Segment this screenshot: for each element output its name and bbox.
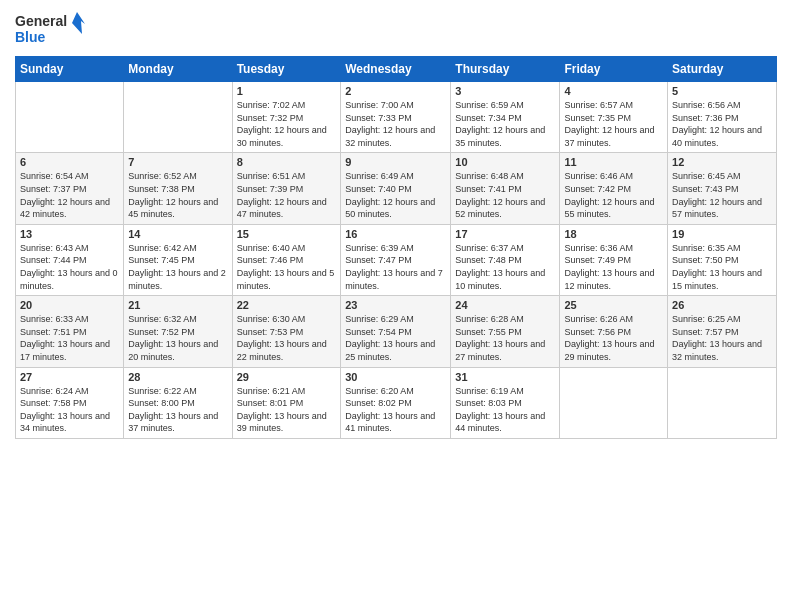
weekday-header-monday: Monday xyxy=(124,57,232,82)
calendar-cell xyxy=(668,367,777,438)
day-info: Sunrise: 6:25 AM Sunset: 7:57 PM Dayligh… xyxy=(672,313,772,363)
calendar-cell: 13Sunrise: 6:43 AM Sunset: 7:44 PM Dayli… xyxy=(16,224,124,295)
weekday-header-row: SundayMondayTuesdayWednesdayThursdayFrid… xyxy=(16,57,777,82)
calendar-cell xyxy=(16,82,124,153)
day-info: Sunrise: 6:54 AM Sunset: 7:37 PM Dayligh… xyxy=(20,170,119,220)
calendar-cell: 1Sunrise: 7:02 AM Sunset: 7:32 PM Daylig… xyxy=(232,82,341,153)
day-info: Sunrise: 6:33 AM Sunset: 7:51 PM Dayligh… xyxy=(20,313,119,363)
calendar-cell: 22Sunrise: 6:30 AM Sunset: 7:53 PM Dayli… xyxy=(232,296,341,367)
day-info: Sunrise: 6:21 AM Sunset: 8:01 PM Dayligh… xyxy=(237,385,337,435)
day-info: Sunrise: 6:39 AM Sunset: 7:47 PM Dayligh… xyxy=(345,242,446,292)
day-number: 25 xyxy=(564,299,663,311)
day-number: 11 xyxy=(564,156,663,168)
day-number: 7 xyxy=(128,156,227,168)
svg-marker-2 xyxy=(72,12,85,34)
day-info: Sunrise: 6:52 AM Sunset: 7:38 PM Dayligh… xyxy=(128,170,227,220)
day-number: 8 xyxy=(237,156,337,168)
calendar-cell: 15Sunrise: 6:40 AM Sunset: 7:46 PM Dayli… xyxy=(232,224,341,295)
day-info: Sunrise: 6:30 AM Sunset: 7:53 PM Dayligh… xyxy=(237,313,337,363)
page: General Blue SundayMondayTuesdayWednesda… xyxy=(0,0,792,612)
day-number: 4 xyxy=(564,85,663,97)
logo: General Blue xyxy=(15,10,85,48)
calendar-cell: 7Sunrise: 6:52 AM Sunset: 7:38 PM Daylig… xyxy=(124,153,232,224)
calendar-cell: 8Sunrise: 6:51 AM Sunset: 7:39 PM Daylig… xyxy=(232,153,341,224)
day-number: 27 xyxy=(20,371,119,383)
day-info: Sunrise: 6:40 AM Sunset: 7:46 PM Dayligh… xyxy=(237,242,337,292)
day-number: 9 xyxy=(345,156,446,168)
calendar-cell: 14Sunrise: 6:42 AM Sunset: 7:45 PM Dayli… xyxy=(124,224,232,295)
day-number: 1 xyxy=(237,85,337,97)
day-number: 22 xyxy=(237,299,337,311)
calendar-cell: 20Sunrise: 6:33 AM Sunset: 7:51 PM Dayli… xyxy=(16,296,124,367)
day-number: 6 xyxy=(20,156,119,168)
day-info: Sunrise: 6:42 AM Sunset: 7:45 PM Dayligh… xyxy=(128,242,227,292)
calendar-cell xyxy=(560,367,668,438)
calendar-cell: 19Sunrise: 6:35 AM Sunset: 7:50 PM Dayli… xyxy=(668,224,777,295)
day-info: Sunrise: 6:46 AM Sunset: 7:42 PM Dayligh… xyxy=(564,170,663,220)
calendar-cell: 3Sunrise: 6:59 AM Sunset: 7:34 PM Daylig… xyxy=(451,82,560,153)
calendar-week-3: 13Sunrise: 6:43 AM Sunset: 7:44 PM Dayli… xyxy=(16,224,777,295)
day-info: Sunrise: 6:32 AM Sunset: 7:52 PM Dayligh… xyxy=(128,313,227,363)
calendar-cell: 4Sunrise: 6:57 AM Sunset: 7:35 PM Daylig… xyxy=(560,82,668,153)
day-info: Sunrise: 6:43 AM Sunset: 7:44 PM Dayligh… xyxy=(20,242,119,292)
day-number: 21 xyxy=(128,299,227,311)
day-number: 12 xyxy=(672,156,772,168)
calendar-cell: 18Sunrise: 6:36 AM Sunset: 7:49 PM Dayli… xyxy=(560,224,668,295)
day-number: 13 xyxy=(20,228,119,240)
calendar-week-4: 20Sunrise: 6:33 AM Sunset: 7:51 PM Dayli… xyxy=(16,296,777,367)
header: General Blue xyxy=(15,10,777,48)
weekday-header-tuesday: Tuesday xyxy=(232,57,341,82)
day-info: Sunrise: 6:36 AM Sunset: 7:49 PM Dayligh… xyxy=(564,242,663,292)
calendar-cell: 27Sunrise: 6:24 AM Sunset: 7:58 PM Dayli… xyxy=(16,367,124,438)
logo-svg: General Blue xyxy=(15,10,85,48)
calendar-cell: 17Sunrise: 6:37 AM Sunset: 7:48 PM Dayli… xyxy=(451,224,560,295)
weekday-header-thursday: Thursday xyxy=(451,57,560,82)
day-number: 28 xyxy=(128,371,227,383)
day-number: 3 xyxy=(455,85,555,97)
calendar-cell: 6Sunrise: 6:54 AM Sunset: 7:37 PM Daylig… xyxy=(16,153,124,224)
day-number: 5 xyxy=(672,85,772,97)
calendar-cell: 29Sunrise: 6:21 AM Sunset: 8:01 PM Dayli… xyxy=(232,367,341,438)
day-number: 24 xyxy=(455,299,555,311)
calendar-cell: 10Sunrise: 6:48 AM Sunset: 7:41 PM Dayli… xyxy=(451,153,560,224)
calendar-week-2: 6Sunrise: 6:54 AM Sunset: 7:37 PM Daylig… xyxy=(16,153,777,224)
calendar-cell: 5Sunrise: 6:56 AM Sunset: 7:36 PM Daylig… xyxy=(668,82,777,153)
day-number: 2 xyxy=(345,85,446,97)
day-info: Sunrise: 6:57 AM Sunset: 7:35 PM Dayligh… xyxy=(564,99,663,149)
calendar-cell: 23Sunrise: 6:29 AM Sunset: 7:54 PM Dayli… xyxy=(341,296,451,367)
weekday-header-wednesday: Wednesday xyxy=(341,57,451,82)
calendar-cell: 2Sunrise: 7:00 AM Sunset: 7:33 PM Daylig… xyxy=(341,82,451,153)
day-number: 14 xyxy=(128,228,227,240)
day-info: Sunrise: 6:24 AM Sunset: 7:58 PM Dayligh… xyxy=(20,385,119,435)
calendar-week-5: 27Sunrise: 6:24 AM Sunset: 7:58 PM Dayli… xyxy=(16,367,777,438)
calendar-table: SundayMondayTuesdayWednesdayThursdayFrid… xyxy=(15,56,777,439)
day-info: Sunrise: 7:00 AM Sunset: 7:33 PM Dayligh… xyxy=(345,99,446,149)
day-info: Sunrise: 6:20 AM Sunset: 8:02 PM Dayligh… xyxy=(345,385,446,435)
day-number: 20 xyxy=(20,299,119,311)
day-number: 19 xyxy=(672,228,772,240)
day-number: 26 xyxy=(672,299,772,311)
day-info: Sunrise: 6:48 AM Sunset: 7:41 PM Dayligh… xyxy=(455,170,555,220)
weekday-header-sunday: Sunday xyxy=(16,57,124,82)
day-info: Sunrise: 6:26 AM Sunset: 7:56 PM Dayligh… xyxy=(564,313,663,363)
calendar-cell: 26Sunrise: 6:25 AM Sunset: 7:57 PM Dayli… xyxy=(668,296,777,367)
day-info: Sunrise: 6:49 AM Sunset: 7:40 PM Dayligh… xyxy=(345,170,446,220)
day-number: 17 xyxy=(455,228,555,240)
svg-text:General: General xyxy=(15,13,67,29)
day-number: 29 xyxy=(237,371,337,383)
calendar-cell: 21Sunrise: 6:32 AM Sunset: 7:52 PM Dayli… xyxy=(124,296,232,367)
calendar-cell: 31Sunrise: 6:19 AM Sunset: 8:03 PM Dayli… xyxy=(451,367,560,438)
day-info: Sunrise: 6:19 AM Sunset: 8:03 PM Dayligh… xyxy=(455,385,555,435)
day-info: Sunrise: 6:51 AM Sunset: 7:39 PM Dayligh… xyxy=(237,170,337,220)
day-info: Sunrise: 6:29 AM Sunset: 7:54 PM Dayligh… xyxy=(345,313,446,363)
day-number: 30 xyxy=(345,371,446,383)
day-number: 23 xyxy=(345,299,446,311)
day-number: 10 xyxy=(455,156,555,168)
day-info: Sunrise: 6:59 AM Sunset: 7:34 PM Dayligh… xyxy=(455,99,555,149)
day-info: Sunrise: 6:28 AM Sunset: 7:55 PM Dayligh… xyxy=(455,313,555,363)
day-number: 31 xyxy=(455,371,555,383)
day-info: Sunrise: 6:35 AM Sunset: 7:50 PM Dayligh… xyxy=(672,242,772,292)
calendar-cell: 25Sunrise: 6:26 AM Sunset: 7:56 PM Dayli… xyxy=(560,296,668,367)
calendar-cell xyxy=(124,82,232,153)
day-number: 16 xyxy=(345,228,446,240)
